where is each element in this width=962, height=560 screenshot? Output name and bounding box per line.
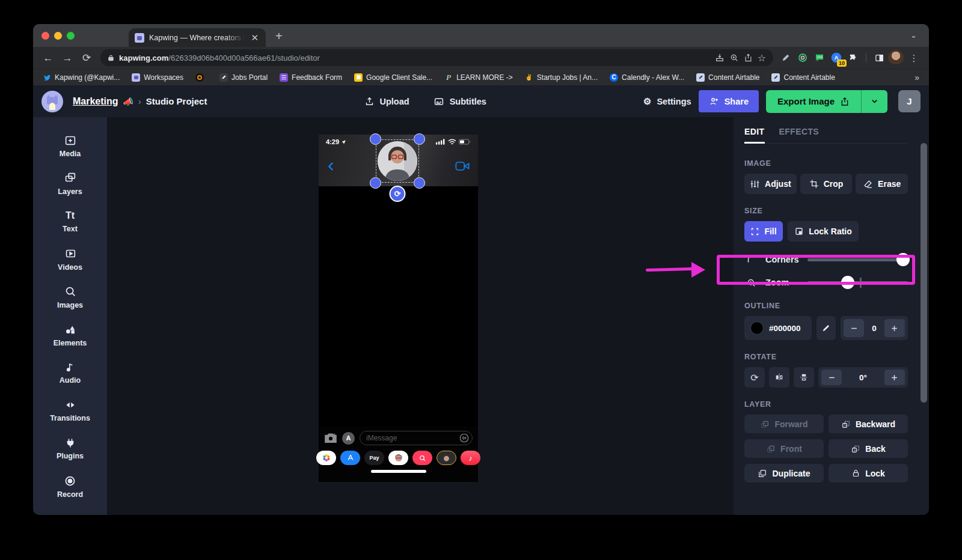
outline-increase-button[interactable]: [884, 319, 905, 337]
browser-profile-avatar[interactable]: [888, 50, 904, 65]
sidebar-item-text[interactable]: Tt Text: [33, 202, 107, 240]
resize-handle-top-left[interactable]: [370, 133, 381, 145]
sidebar-item-transitions[interactable]: Transitions: [33, 392, 107, 430]
settings-button[interactable]: ⚙ Settings: [643, 96, 691, 107]
forward-button[interactable]: →: [58, 53, 76, 63]
workspace-link[interactable]: Marketing: [73, 96, 118, 107]
bookmark-star-icon[interactable]: ☆: [758, 52, 766, 64]
sidebar-item-videos[interactable]: Videos: [33, 240, 107, 278]
extension-pencil-icon[interactable]: [778, 50, 794, 65]
bring-forward-icon: [760, 419, 770, 429]
minimize-window-button[interactable]: [54, 32, 62, 40]
profile-photo[interactable]: [378, 141, 417, 181]
bookmarks-overflow-chevron[interactable]: »: [915, 73, 919, 82]
extension-target-icon[interactable]: [795, 50, 810, 65]
erase-button[interactable]: Erase: [856, 174, 908, 194]
upload-button[interactable]: Upload: [364, 96, 409, 106]
flip-horizontal-button[interactable]: [769, 367, 789, 388]
layer-lock-button[interactable]: Lock: [829, 464, 908, 482]
bookmark-workspaces[interactable]: Workspaces: [132, 73, 183, 82]
bookmark-jobs-portal[interactable]: Jobs Portal: [219, 73, 268, 82]
fill-button[interactable]: Fill: [744, 221, 783, 242]
extension-translate-icon[interactable]: A 10: [829, 50, 844, 65]
rotate-increase-button[interactable]: [884, 370, 905, 385]
resize-handle-bottom-right[interactable]: [414, 177, 425, 189]
layer-backward-button[interactable]: Backward: [829, 415, 908, 433]
resize-handle-top-right[interactable]: [414, 133, 425, 145]
share-page-icon[interactable]: [744, 53, 753, 62]
zoom-icon[interactable]: [729, 53, 739, 62]
rotate-decrease-button[interactable]: [821, 370, 842, 385]
tab-edit[interactable]: EDIT: [744, 127, 765, 144]
lock-ratio-button[interactable]: Lock Ratio: [788, 221, 859, 242]
sidebar-item-elements[interactable]: Elements: [33, 316, 107, 354]
flip-vertical-button[interactable]: [794, 367, 814, 388]
bookmark-content-airtable-2[interactable]: Content Airtable: [771, 73, 835, 82]
crop-button[interactable]: Crop: [800, 174, 853, 194]
browser-tab[interactable]: Kapwing — Where creators brin ✕: [129, 28, 266, 47]
address-bar[interactable]: kapwing.com/626339d06b400d00a566ae61/stu…: [100, 49, 773, 66]
extensions-puzzle-icon[interactable]: [845, 50, 861, 65]
fullscreen-window-button[interactable]: [67, 32, 75, 40]
bookmark-google-client[interactable]: Google Client Sale...: [354, 73, 432, 82]
resize-handle-bottom-left[interactable]: [370, 177, 381, 189]
outline-color-field[interactable]: #000000: [744, 316, 812, 340]
user-avatar[interactable]: J: [898, 90, 921, 112]
tab-effects[interactable]: EFFECTS: [779, 127, 820, 143]
layer-controls: Forward Backward Front Back: [744, 415, 908, 482]
export-image-button[interactable]: Export Image: [766, 90, 861, 113]
layer-duplicate-button[interactable]: Duplicate: [744, 464, 824, 482]
sidebar-item-record[interactable]: Record: [33, 467, 107, 505]
browser-menu-icon[interactable]: ⋮: [905, 53, 923, 62]
color-swatch[interactable]: [750, 321, 764, 335]
layer-back-button[interactable]: Back: [829, 439, 908, 458]
subtitles-button[interactable]: Subtitles: [434, 96, 486, 107]
outline-decrease-button[interactable]: [844, 319, 864, 337]
extension-chat-icon[interactable]: [812, 50, 827, 65]
adjust-button[interactable]: Adjust: [744, 174, 797, 194]
tab-search-chevron-icon[interactable]: ⌄: [910, 31, 917, 40]
bookmark-orange[interactable]: [195, 73, 207, 82]
corners-slider[interactable]: [807, 258, 908, 261]
bookmark-kapwing-twitter[interactable]: Kapwing (@Kapwi...: [43, 73, 120, 82]
tab-close-icon[interactable]: ✕: [250, 33, 260, 42]
sidebar-item-images[interactable]: Images: [33, 278, 107, 316]
rotate-90-button[interactable]: ⟳: [744, 367, 765, 388]
selected-image-layer[interactable]: ⟳: [376, 139, 419, 183]
project-title[interactable]: Studio Project: [146, 96, 207, 106]
outline-section-label: OUTLINE: [744, 302, 929, 310]
sidebar-item-audio[interactable]: Audio: [33, 354, 107, 392]
panel-scrollbar[interactable]: [921, 143, 927, 403]
sidebar-label: Record: [57, 490, 83, 499]
bookmark-startup-jobs[interactable]: ✌ Startup Jobs | An...: [525, 73, 598, 82]
erase-label: Erase: [878, 179, 901, 189]
corners-slider-thumb[interactable]: [896, 253, 910, 266]
sidebar-item-media[interactable]: Media: [33, 127, 107, 165]
layer-front-button[interactable]: Front: [744, 439, 824, 458]
eyedropper-button[interactable]: [816, 316, 836, 340]
bookmark-content-airtable-1[interactable]: Content Airtable: [696, 73, 759, 82]
bookmark-calendly[interactable]: C Calendly - Alex W...: [610, 73, 684, 82]
reload-button[interactable]: ⟳: [78, 53, 96, 63]
sidebar-item-plugins[interactable]: Plugins: [33, 430, 107, 467]
new-tab-button[interactable]: +: [275, 30, 283, 42]
sidebar-item-layers[interactable]: Layers: [33, 165, 107, 202]
install-icon[interactable]: [715, 53, 725, 62]
list-icon: ☰: [280, 73, 288, 82]
twitter-icon: [43, 73, 51, 82]
zoom-slider-thumb[interactable]: [841, 276, 854, 289]
zoom-slider[interactable]: [807, 281, 908, 284]
bookmark-learn-more[interactable]: P LEARN MORE ->: [444, 73, 513, 82]
animoji-app-icon: [437, 451, 456, 465]
back-button[interactable]: ←: [39, 53, 57, 63]
editor-canvas[interactable]: 4:29: [107, 117, 734, 515]
close-window-button[interactable]: [41, 32, 49, 40]
kapwing-logo[interactable]: [41, 91, 63, 112]
bookmark-feedback-form[interactable]: ☰ Feedback Form: [280, 73, 342, 82]
layer-forward-button[interactable]: Forward: [744, 415, 824, 433]
export-options-button[interactable]: [861, 90, 887, 113]
share-button[interactable]: Share: [699, 90, 759, 112]
rotate-handle[interactable]: ⟳: [390, 186, 406, 202]
phone-screenshot-layer[interactable]: 4:29: [319, 135, 478, 482]
side-panel-icon[interactable]: [871, 50, 887, 65]
